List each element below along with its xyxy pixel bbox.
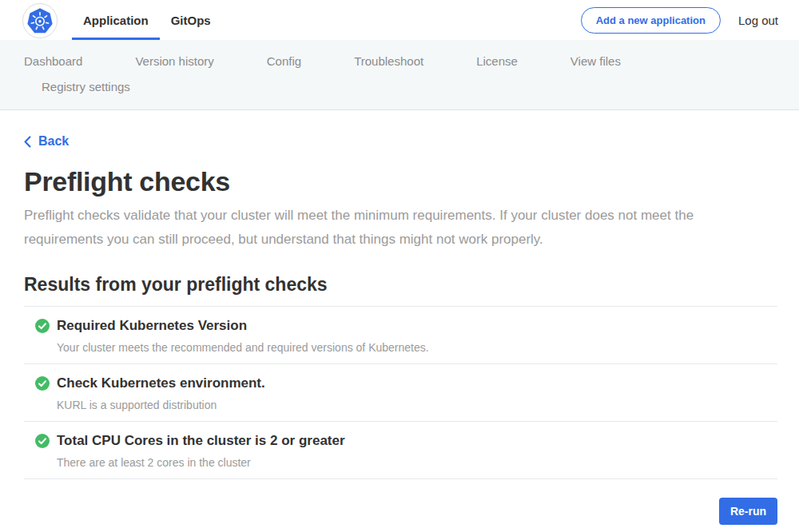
primary-tabs: Application GitOps <box>72 0 222 40</box>
back-link[interactable]: Back <box>24 134 69 149</box>
logout-link[interactable]: Log out <box>738 14 778 27</box>
topbar: Application GitOps Add a new application… <box>0 0 799 40</box>
check-circle-icon <box>35 376 50 391</box>
check-title: Total CPU Cores in the cluster is 2 or g… <box>57 432 345 450</box>
check-title: Check Kubernetes environment. <box>57 375 265 392</box>
check-body: Required Kubernetes Version Your cluster… <box>57 317 429 355</box>
check-circle-icon <box>35 319 50 333</box>
topbar-right: Add a new application Log out <box>581 7 778 34</box>
tab-gitops[interactable]: GitOps <box>160 0 222 40</box>
main-content: Back Preflight checks Preflight checks v… <box>0 110 799 525</box>
kubernetes-logo <box>22 3 58 38</box>
subnav-item-version-history[interactable]: Version history <box>135 49 213 74</box>
subnav-item-dashboard[interactable]: Dashboard <box>24 49 82 74</box>
check-description: KURL is a supported distribution <box>57 399 265 412</box>
app-subnav: DashboardVersion historyConfigTroublesho… <box>0 40 799 110</box>
check-item: Required Kubernetes Version Your cluster… <box>24 307 777 364</box>
subnav-item-registry-settings[interactable]: Registry settings <box>42 74 130 100</box>
tab-gitops-label: GitOps <box>171 14 211 27</box>
rerun-button[interactable]: Re-run <box>719 498 777 525</box>
kubernetes-helm-icon <box>26 7 54 34</box>
footer-actions: Re-run <box>24 498 777 525</box>
check-description: There are at least 2 cores in the cluste… <box>57 456 345 470</box>
back-label: Back <box>38 134 69 149</box>
preflight-results-list: Required Kubernetes Version Your cluster… <box>24 306 777 479</box>
check-title: Required Kubernetes Version <box>57 317 429 335</box>
check-body: Check Kubernetes environment. KURL is a … <box>57 375 265 412</box>
check-description: Your cluster meets the recommended and r… <box>57 341 429 355</box>
check-item: Total CPU Cores in the cluster is 2 or g… <box>24 422 777 479</box>
page-title: Preflight checks <box>24 166 777 197</box>
subnav-list: DashboardVersion historyConfigTroublesho… <box>24 40 775 109</box>
add-application-button[interactable]: Add a new application <box>581 7 721 34</box>
subnav-item-license[interactable]: License <box>476 49 518 74</box>
tab-application-label: Application <box>83 14 149 27</box>
chevron-left-icon <box>24 136 31 148</box>
page-description: Preflight checks validate that your clus… <box>24 204 759 252</box>
check-body: Total CPU Cores in the cluster is 2 or g… <box>57 432 345 470</box>
results-heading: Results from your preflight checks <box>24 273 777 296</box>
subnav-item-view-files[interactable]: View files <box>570 49 621 74</box>
tab-application[interactable]: Application <box>72 0 160 40</box>
check-item: Check Kubernetes environment. KURL is a … <box>24 364 777 422</box>
subnav-item-config[interactable]: Config <box>267 49 301 74</box>
subnav-item-troubleshoot[interactable]: Troubleshoot <box>354 49 423 74</box>
check-circle-icon <box>35 434 50 448</box>
